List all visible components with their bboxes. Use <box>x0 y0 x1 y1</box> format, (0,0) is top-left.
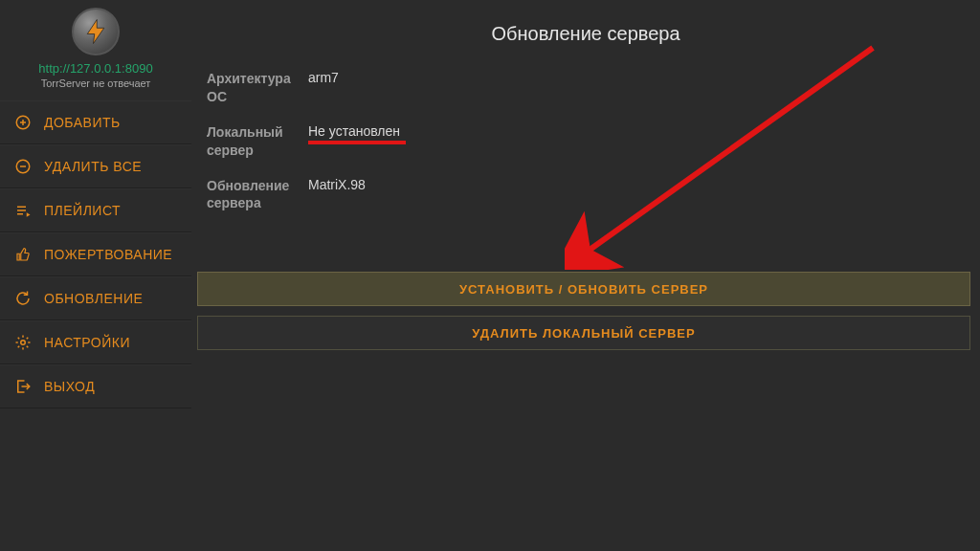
highlighted-value: Не установлен <box>308 123 400 139</box>
nav-list: ДОБАВИТЬ УДАЛИТЬ ВСЕ ПЛЕЙЛИСТ ПОЖЕРТВОВА… <box>0 100 191 408</box>
nav-item-settings[interactable]: НАСТРОЙКИ <box>0 320 191 364</box>
svg-marker-8 <box>27 212 31 217</box>
nav-item-label: ВЫХОД <box>44 379 95 394</box>
server-status-text: TorrServer не отвечает <box>41 77 151 89</box>
plus-circle-icon <box>13 113 33 132</box>
app-logo <box>72 8 120 55</box>
exit-icon <box>13 377 33 396</box>
action-buttons: УСТАНОВИТЬ / ОБНОВИТЬ СЕРВЕР УДАЛИТЬ ЛОК… <box>191 272 980 350</box>
svg-point-9 <box>21 341 26 345</box>
delete-local-button[interactable]: УДАЛИТЬ ЛОКАЛЬНЫЙ СЕРВЕР <box>197 316 970 350</box>
info-value: MatriX.98 <box>306 177 366 192</box>
main-panel: Обновление сервера Архитектура ОС arm7 Л… <box>191 0 980 551</box>
page-title: Обновление сервера <box>191 23 980 45</box>
nav-item-label: ДОБАВИТЬ <box>44 115 121 130</box>
server-info: Архитектура ОС arm7 Локальный сервер Не … <box>191 70 980 212</box>
info-label: Обновление сервера <box>207 177 306 213</box>
nav-item-label: НАСТРОЙКИ <box>44 335 130 350</box>
nav-item-exit[interactable]: ВЫХОД <box>0 364 191 408</box>
server-url[interactable]: http://127.0.0.1:8090 <box>38 61 152 76</box>
info-row-server-update: Обновление сервера MatriX.98 <box>207 177 980 213</box>
nav-item-delete-all[interactable]: УДАЛИТЬ ВСЕ <box>0 144 191 188</box>
nav-item-label: УДАЛИТЬ ВСЕ <box>44 159 142 174</box>
info-label: Архитектура ОС <box>207 70 306 106</box>
nav-item-playlist[interactable]: ПЛЕЙЛИСТ <box>0 188 191 232</box>
playlist-icon <box>13 201 33 220</box>
sidebar: http://127.0.0.1:8090 TorrServer не отве… <box>0 0 191 551</box>
nav-item-label: ПОЖЕРТВОВАНИЕ <box>44 247 172 262</box>
nav-item-add[interactable]: ДОБАВИТЬ <box>0 100 191 144</box>
refresh-icon <box>13 289 33 308</box>
minus-circle-icon <box>13 157 33 176</box>
info-value: Не установлен <box>306 123 400 139</box>
thumbs-up-icon <box>13 245 33 264</box>
nav-item-label: ПЛЕЙЛИСТ <box>44 203 121 218</box>
nav-item-update[interactable]: ОБНОВЛЕНИЕ <box>0 276 191 320</box>
info-value: arm7 <box>306 70 339 85</box>
info-label: Локальный сервер <box>207 123 306 160</box>
gear-icon <box>13 333 33 352</box>
info-row-local-server: Локальный сервер Не установлен <box>207 123 980 160</box>
nav-item-donate[interactable]: ПОЖЕРТВОВАНИЕ <box>0 232 191 276</box>
install-update-button[interactable]: УСТАНОВИТЬ / ОБНОВИТЬ СЕРВЕР <box>197 272 970 306</box>
info-row-arch: Архитектура ОС arm7 <box>207 70 980 106</box>
nav-item-label: ОБНОВЛЕНИЕ <box>44 291 143 306</box>
